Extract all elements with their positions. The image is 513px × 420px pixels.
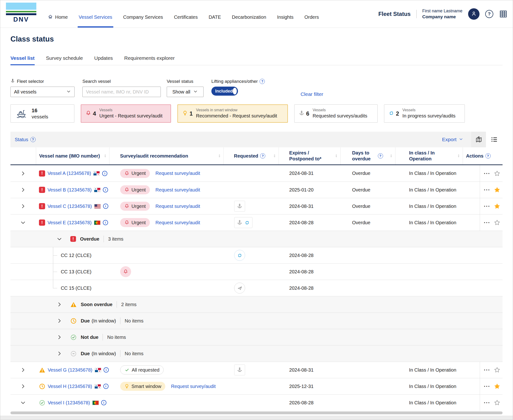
clear-filter-link[interactable]: Clear filter bbox=[300, 91, 323, 97]
star-icon bbox=[494, 170, 501, 177]
sort-icon[interactable] bbox=[457, 154, 460, 158]
expand-group-button[interactable] bbox=[56, 333, 63, 341]
info-icon[interactable]: i bbox=[103, 187, 108, 192]
vessel-name-link[interactable]: Vessel C (12345678) bbox=[47, 204, 92, 209]
card-urgent[interactable]: 4 Vessels Urgent - Request survey/audit bbox=[81, 105, 171, 123]
card-value: 4 bbox=[93, 110, 96, 117]
divider bbox=[120, 317, 120, 324]
sort-icon[interactable] bbox=[103, 154, 107, 158]
lifting-help-icon[interactable]: ? bbox=[260, 79, 265, 84]
overdue-exclamation-icon: ! bbox=[39, 203, 45, 209]
sort-icon[interactable] bbox=[334, 154, 338, 158]
horizontal-scrollbar[interactable] bbox=[10, 412, 503, 414]
request-survey-link[interactable]: Request survey/audit bbox=[156, 220, 200, 225]
request-survey-link[interactable]: Request survey/audit bbox=[156, 187, 200, 193]
status-toggle-label[interactable]: Status bbox=[15, 137, 28, 142]
dnv-logo[interactable]: DNV bbox=[6, 3, 36, 23]
collapse-row-button[interactable] bbox=[19, 399, 27, 406]
info-icon[interactable]: i bbox=[103, 384, 108, 389]
row-menu-button[interactable]: ··· bbox=[483, 382, 491, 390]
expand-group-button[interactable] bbox=[56, 301, 63, 308]
nav-date[interactable]: DATE bbox=[208, 7, 221, 28]
tab-requirements-explorer[interactable]: Requirements explorer bbox=[124, 55, 175, 65]
favorite-star-button[interactable] bbox=[493, 365, 502, 375]
row-menu-button[interactable]: ··· bbox=[483, 219, 491, 226]
expand-group-button[interactable] bbox=[56, 350, 63, 357]
tree-line bbox=[53, 272, 57, 272]
days-help-icon[interactable]: ? bbox=[378, 153, 383, 158]
recommendation-badge: Urgent bbox=[120, 202, 150, 211]
expand-row-button[interactable] bbox=[19, 170, 27, 177]
recommendation-badge: Urgent bbox=[120, 218, 150, 227]
apps-grid-icon[interactable] bbox=[499, 10, 507, 18]
chevron-right-icon bbox=[56, 318, 62, 324]
lifting-included-toggle[interactable]: Included bbox=[211, 87, 238, 96]
sort-icon[interactable] bbox=[273, 154, 276, 158]
request-survey-link[interactable]: Request survey/audit bbox=[156, 171, 200, 176]
card-total-vessels[interactable]: 16 vessels bbox=[10, 105, 74, 123]
vessel-name-link[interactable]: Vessel A (12345678) bbox=[47, 171, 91, 176]
tab-survey-schedule[interactable]: Survey schedule bbox=[46, 55, 83, 65]
row-menu-button[interactable]: ··· bbox=[483, 170, 491, 177]
expand-group-button[interactable] bbox=[56, 317, 63, 325]
requested-help-icon[interactable]: ? bbox=[260, 153, 265, 158]
collapse-row-button[interactable] bbox=[19, 219, 27, 226]
favorite-star-button[interactable] bbox=[493, 382, 502, 391]
help-icon[interactable]: ? bbox=[485, 10, 493, 18]
expand-row-button[interactable] bbox=[19, 382, 27, 390]
search-vessel-input[interactable] bbox=[82, 87, 161, 97]
sort-icon[interactable] bbox=[389, 154, 393, 158]
favorite-star-button[interactable] bbox=[493, 202, 502, 211]
group-count: No items bbox=[125, 318, 144, 324]
request-survey-link[interactable]: Request survey/audit bbox=[156, 204, 200, 209]
collapse-group-button[interactable] bbox=[56, 235, 63, 243]
row-menu-button[interactable]: ··· bbox=[483, 202, 491, 210]
row-menu-button[interactable]: ··· bbox=[483, 366, 491, 374]
status-help-icon[interactable]: ? bbox=[31, 137, 36, 142]
info-icon[interactable]: i bbox=[103, 204, 108, 209]
logo-bar-lightblue bbox=[6, 3, 36, 10]
vessel-name-link[interactable]: Vessel B (12345678) bbox=[47, 187, 92, 193]
nav-decarbonization[interactable]: Decarbonization bbox=[232, 7, 266, 28]
nav-home[interactable]: Home bbox=[48, 7, 68, 28]
nav-insights[interactable]: Insights bbox=[277, 7, 294, 28]
fleet-selector-dropdown[interactable]: All vessels bbox=[10, 87, 75, 97]
row-menu-button[interactable]: ··· bbox=[483, 399, 491, 406]
info-icon[interactable]: i bbox=[101, 400, 106, 405]
nav-vessel-services[interactable]: Vessel Services bbox=[79, 7, 112, 28]
vessel-name-link[interactable]: Vessel I (12345678) bbox=[48, 400, 90, 405]
user-avatar[interactable] bbox=[468, 8, 480, 20]
logo-bar-navy bbox=[6, 13, 36, 15]
in-class-status: In Class / In Operation bbox=[409, 220, 456, 225]
map-view-button[interactable] bbox=[471, 132, 486, 147]
vessel-name-link[interactable]: Vessel E (12345678) bbox=[47, 220, 92, 225]
expand-row-button[interactable] bbox=[19, 366, 27, 374]
list-view-button[interactable] bbox=[486, 132, 503, 147]
vessel-name-link[interactable]: Vessel G (12345678) bbox=[48, 367, 92, 373]
card-smart-window[interactable]: 1 Vessels in smart window Recommended - … bbox=[177, 105, 288, 123]
info-icon[interactable]: i bbox=[102, 171, 107, 176]
vessel-status-dropdown[interactable]: Show all bbox=[167, 87, 204, 97]
row-menu-button[interactable]: ··· bbox=[483, 186, 491, 194]
expand-row-button[interactable] bbox=[19, 186, 27, 194]
favorite-star-button[interactable] bbox=[493, 169, 502, 178]
tab-updates[interactable]: Updates bbox=[94, 55, 113, 65]
sort-icon[interactable] bbox=[218, 154, 221, 158]
nav-certificates[interactable]: Certificates bbox=[174, 7, 198, 28]
card-requested[interactable]: 6 Vessels Requested surveys/audits bbox=[294, 105, 378, 123]
vessel-name-link[interactable]: Vessel H (12345678) bbox=[48, 384, 92, 389]
expand-row-button[interactable] bbox=[19, 202, 27, 210]
chevron-right-icon bbox=[20, 203, 26, 209]
favorite-star-button[interactable] bbox=[493, 185, 502, 194]
info-icon[interactable]: i bbox=[104, 367, 109, 373]
request-survey-link[interactable]: Request survey/audit bbox=[171, 384, 216, 389]
favorite-star-button[interactable] bbox=[493, 398, 502, 407]
info-icon[interactable]: i bbox=[103, 220, 108, 225]
favorite-star-button[interactable] bbox=[493, 218, 502, 227]
card-in-progress[interactable]: 2 Vessels In progress survey/audits bbox=[384, 105, 465, 123]
actions-help-icon[interactable]: ? bbox=[485, 153, 491, 158]
export-button[interactable]: Export bbox=[442, 137, 463, 142]
nav-orders[interactable]: Orders bbox=[305, 7, 319, 28]
tab-vessel-list[interactable]: Vessel list bbox=[10, 55, 35, 65]
nav-company-services[interactable]: Company Services bbox=[123, 7, 163, 28]
